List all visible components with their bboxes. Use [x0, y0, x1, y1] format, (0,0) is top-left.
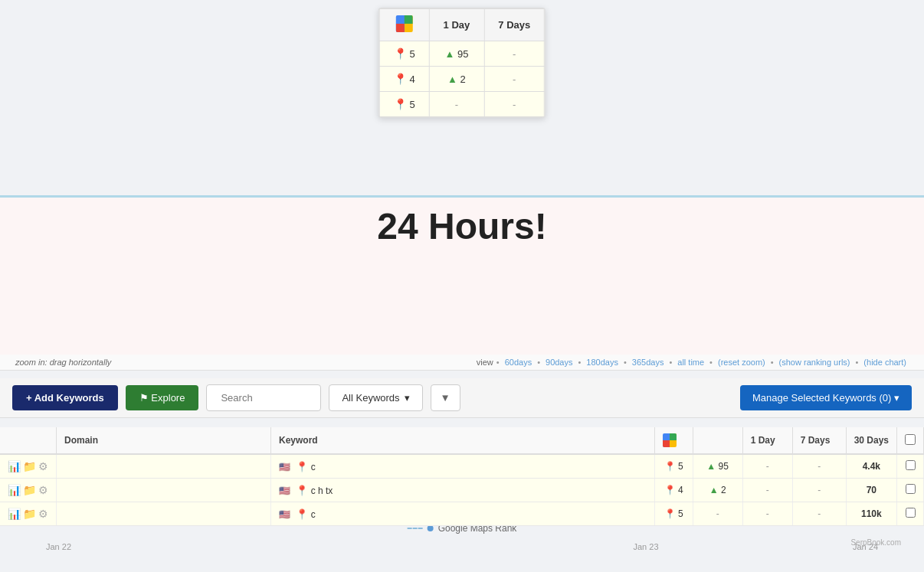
row-1-checkbox[interactable]: [897, 454, 924, 479]
row-2-rank: 📍 4: [654, 479, 693, 502]
row-3-7days: -: [742, 502, 792, 526]
zoom-90days[interactable]: 90days: [546, 358, 572, 367]
row-3-30days: -: [792, 502, 846, 526]
th-domain[interactable]: Domain: [57, 427, 271, 454]
row-3-domain: [57, 502, 271, 526]
folder-icon: 📁: [23, 484, 36, 496]
toolbar: + Add Keywords ⚑ Explore All Keywords ▾ …: [0, 378, 924, 418]
bar-chart-icon: 📊: [8, 460, 21, 472]
chevron-down-icon: ▾: [405, 392, 410, 404]
filter-button[interactable]: ▼: [431, 384, 460, 411]
th-30days[interactable]: 7 Days: [792, 427, 846, 454]
gear-icon: ⚙: [38, 508, 48, 520]
floating-row-1-rank: 📍 5: [379, 41, 429, 67]
bar-chart-icon: 📊: [8, 508, 21, 520]
row-2-ms: 70: [846, 479, 896, 502]
table-row: 📊 📁 ⚙ 🇺🇸 📍 c 📍 5 ▲ 95 -: [0, 454, 924, 479]
row-2-30days: -: [792, 479, 846, 502]
floating-row-1-7days: -: [484, 41, 545, 67]
zoom-hide-chart[interactable]: (hide chart): [863, 358, 906, 367]
manage-keywords-label: Manage Selected Keywords (0): [752, 392, 891, 404]
zoom-alltime[interactable]: all time: [677, 358, 704, 367]
th-7days[interactable]: 1 Day: [742, 427, 792, 454]
row-2-7days: -: [742, 479, 792, 502]
zoom-drag-label: zoom in: drag horizontally: [15, 358, 111, 367]
row-1-select[interactable]: [906, 460, 916, 470]
row-2-icons: 📊 📁 ⚙: [0, 479, 57, 502]
th-keyword[interactable]: Keyword: [271, 427, 655, 454]
bar-chart-icon: 📊: [8, 484, 21, 496]
row-1-1day: ▲ 95: [693, 454, 742, 479]
chart-area: Rankings 2 4 6 8 via Skype Jan 22 Jan 23…: [0, 195, 924, 364]
th-google: [654, 427, 693, 454]
floating-th-google: [379, 9, 429, 41]
floating-row-3-7days: -: [484, 92, 545, 117]
folder-icon: 📁: [23, 460, 36, 472]
keywords-table-wrapper: Domain Keyword 1 Day 7 Days 30 Days: [0, 427, 924, 572]
floating-row-2-7days: -: [484, 67, 545, 92]
zoom-links[interactable]: view • 60days • 90days • 180days • 365da…: [477, 358, 909, 367]
row-2-select[interactable]: [906, 484, 916, 494]
gear-icon: ⚙: [38, 460, 48, 472]
floating-row-3-rank: 📍 5: [379, 92, 429, 117]
floating-row-3-1day: -: [429, 92, 484, 117]
row-1-domain: [57, 454, 271, 479]
explore-button[interactable]: ⚑ Explore: [126, 385, 199, 410]
floating-th-7days: 7 Days: [484, 9, 545, 41]
zoom-show-urls[interactable]: (show ranking urls): [779, 358, 850, 367]
row-3-select[interactable]: [906, 508, 916, 518]
folder-icon: 📁: [23, 508, 36, 520]
row-1-rank: 📍 5: [654, 454, 693, 479]
all-keywords-label: All Keywords: [342, 392, 399, 404]
row-3-checkbox[interactable]: [897, 502, 924, 526]
row-2-domain: [57, 479, 271, 502]
th-1day[interactable]: [693, 427, 742, 454]
gear-icon: ⚙: [38, 484, 48, 496]
floating-rank-table: 1 Day 7 Days 📍 5 ▲ 95 - 📍 4 ▲ 2 - 📍 5 - …: [378, 8, 546, 118]
row-3-keyword: 🇺🇸 📍 c: [271, 502, 655, 526]
keywords-table: Domain Keyword 1 Day 7 Days 30 Days: [0, 427, 924, 526]
floating-th-1day: 1 Day: [429, 9, 484, 41]
add-keywords-button[interactable]: + Add Keywords: [12, 385, 118, 410]
row-1-30days: -: [792, 454, 846, 479]
row-3-icons: 📊 📁 ⚙: [0, 502, 57, 526]
floating-row-1-1day: ▲ 95: [429, 41, 484, 67]
row-3-ms: 110k: [846, 502, 896, 526]
th-ms[interactable]: 30 Days: [846, 427, 896, 454]
all-keywords-dropdown[interactable]: All Keywords ▾: [329, 384, 422, 411]
select-all-checkbox[interactable]: [905, 434, 916, 445]
zoom-view-label: view: [477, 358, 493, 367]
zoom-bar: zoom in: drag horizontally view • 60days…: [0, 355, 924, 371]
th-icons: [0, 427, 57, 454]
row-2-1day: ▲ 2: [693, 479, 742, 502]
search-input[interactable]: [206, 384, 321, 411]
th-checkbox[interactable]: [897, 427, 924, 454]
filter-icon: ▼: [441, 392, 451, 404]
zoom-365days[interactable]: 365days: [632, 358, 664, 367]
row-1-7days: -: [742, 454, 792, 479]
floating-row-2-rank: 📍 4: [379, 67, 429, 92]
row-2-checkbox[interactable]: [897, 479, 924, 502]
row-3-rank: 📍 5: [654, 502, 693, 526]
row-1-icons: 📊 📁 ⚙: [0, 454, 57, 479]
row-3-1day: -: [693, 502, 742, 526]
zoom-60days[interactable]: 60days: [505, 358, 532, 367]
floating-row-2-1day: ▲ 2: [429, 67, 484, 92]
table-row: 📊 📁 ⚙ 🇺🇸 📍 c 📍 5 - - - 110k: [0, 502, 924, 526]
manage-chevron-icon: ▾: [894, 392, 899, 404]
manage-keywords-button[interactable]: Manage Selected Keywords (0) ▾: [740, 385, 912, 410]
row-2-keyword: 🇺🇸 📍 c h tx: [271, 479, 655, 502]
table-row: 📊 📁 ⚙ 🇺🇸 📍 c h tx 📍 4 ▲ 2: [0, 479, 924, 502]
zoom-reset[interactable]: (reset zoom): [718, 358, 765, 367]
row-1-ms: 4.4k: [846, 454, 896, 479]
zoom-180days[interactable]: 180days: [586, 358, 618, 367]
row-1-keyword: 🇺🇸 📍 c: [271, 454, 655, 479]
